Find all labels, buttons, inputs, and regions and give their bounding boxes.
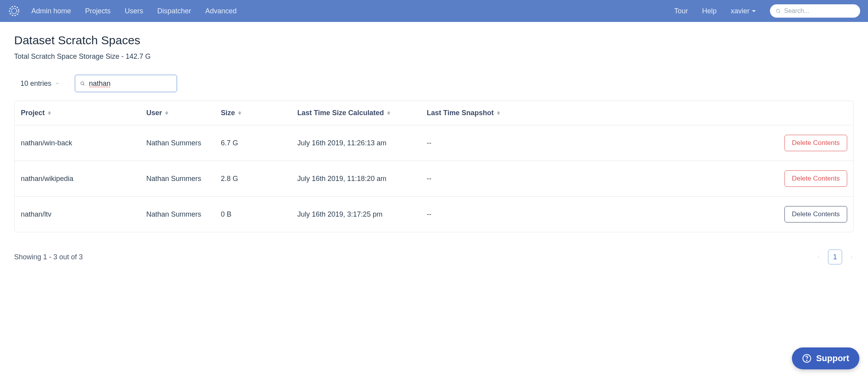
pager-next[interactable]	[849, 253, 854, 261]
caret-down-icon	[752, 10, 756, 12]
cell-action: Delete Contents	[529, 135, 847, 151]
global-search-input[interactable]	[784, 7, 855, 14]
page-subtitle: Total Scratch Space Storage Size - 142.7…	[14, 52, 854, 61]
cell-size: 6.7 G	[221, 139, 297, 147]
delete-contents-button[interactable]: Delete Contents	[784, 135, 847, 151]
table-row: nathan/ltvNathan Summers0 BJuly 16th 201…	[15, 197, 853, 232]
nav-projects[interactable]: Projects	[85, 7, 111, 15]
cell-user: Nathan Summers	[146, 210, 221, 219]
nav-admin-home[interactable]: Admin home	[31, 7, 71, 15]
col-header-project[interactable]: Project	[21, 109, 146, 117]
cell-project: nathan/win-back	[21, 139, 146, 147]
cell-snapshot: --	[427, 175, 529, 183]
cell-calculated: July 16th 2019, 11:26:13 am	[297, 139, 427, 147]
table-controls: 10 entries	[14, 75, 854, 92]
global-search[interactable]	[770, 4, 860, 18]
showing-text: Showing 1 - 3 out of 3	[14, 253, 83, 261]
chevron-down-icon	[55, 81, 59, 85]
col-header-snapshot[interactable]: Last Time Snapshot	[427, 109, 529, 117]
cell-size: 0 B	[221, 210, 297, 219]
nav-users[interactable]: Users	[125, 7, 143, 15]
table-row: nathan/win-backNathan Summers6.7 GJuly 1…	[15, 125, 853, 161]
cell-action: Delete Contents	[529, 206, 847, 222]
col-header-calculated[interactable]: Last Time Size Calculated	[297, 109, 427, 117]
cell-project: nathan/wikipedia	[21, 175, 146, 183]
col-header-action	[529, 109, 847, 117]
filter-input[interactable]	[89, 80, 172, 88]
cell-size: 2.8 G	[221, 175, 297, 183]
sort-icon	[165, 111, 168, 115]
cell-action: Delete Contents	[529, 170, 847, 187]
nav-user-label: xavier	[731, 7, 750, 15]
search-icon	[80, 81, 85, 86]
svg-point-0	[9, 6, 19, 16]
page-content: Dataset Scratch Spaces Total Scratch Spa…	[0, 22, 868, 276]
cell-snapshot: --	[427, 210, 529, 219]
svg-point-1	[11, 8, 17, 14]
col-header-label: User	[146, 109, 162, 117]
table-body: nathan/win-backNathan Summers6.7 GJuly 1…	[15, 125, 853, 232]
sort-icon	[387, 111, 390, 115]
chevron-right-icon	[849, 255, 854, 259]
logo-icon	[8, 5, 20, 17]
pager: 1	[816, 250, 854, 264]
col-header-label: Last Time Size Calculated	[297, 109, 384, 117]
scratch-space-table: Project User Size Last Time Size Calcula…	[14, 101, 854, 232]
nav-advanced[interactable]: Advanced	[205, 7, 237, 15]
table-row: nathan/wikipediaNathan Summers2.8 GJuly …	[15, 161, 853, 197]
cell-calculated: July 16th 2019, 11:18:20 am	[297, 175, 427, 183]
col-header-user[interactable]: User	[146, 109, 221, 117]
nav-tour[interactable]: Tour	[674, 7, 688, 15]
pager-prev[interactable]	[816, 253, 821, 261]
svg-point-2	[776, 9, 779, 12]
cell-snapshot: --	[427, 139, 529, 147]
filter-box[interactable]	[75, 75, 177, 92]
nav-links: Admin home Projects Users Dispatcher Adv…	[31, 7, 237, 15]
nav-dispatcher[interactable]: Dispatcher	[157, 7, 191, 15]
cell-calculated: July 16th 2019, 3:17:25 pm	[297, 210, 427, 219]
delete-contents-button[interactable]: Delete Contents	[784, 170, 847, 187]
chevron-left-icon	[816, 255, 821, 259]
page-title: Dataset Scratch Spaces	[14, 34, 854, 47]
col-header-label: Project	[21, 109, 45, 117]
col-header-label: Last Time Snapshot	[427, 109, 494, 117]
nav-help[interactable]: Help	[702, 7, 717, 15]
entries-select[interactable]: 10 entries	[20, 80, 59, 88]
top-nav: Admin home Projects Users Dispatcher Adv…	[0, 0, 868, 22]
pager-page-1[interactable]: 1	[828, 250, 842, 264]
col-header-label: Size	[221, 109, 235, 117]
entries-label: 10 entries	[20, 80, 51, 88]
sort-icon	[238, 111, 241, 115]
cell-user: Nathan Summers	[146, 175, 221, 183]
search-icon	[775, 8, 781, 14]
cell-user: Nathan Summers	[146, 139, 221, 147]
cell-project: nathan/ltv	[21, 210, 146, 219]
sort-icon	[497, 111, 500, 115]
svg-line-5	[84, 84, 84, 85]
delete-contents-button[interactable]: Delete Contents	[784, 206, 847, 222]
table-footer: Showing 1 - 3 out of 3 1	[14, 250, 854, 264]
table-header: Project User Size Last Time Size Calcula…	[15, 101, 853, 125]
nav-user-menu[interactable]: xavier	[731, 7, 756, 15]
nav-right: Tour Help xavier	[674, 4, 860, 18]
svg-point-4	[81, 82, 84, 85]
svg-line-3	[779, 12, 781, 13]
sort-icon	[48, 111, 51, 115]
col-header-size[interactable]: Size	[221, 109, 297, 117]
